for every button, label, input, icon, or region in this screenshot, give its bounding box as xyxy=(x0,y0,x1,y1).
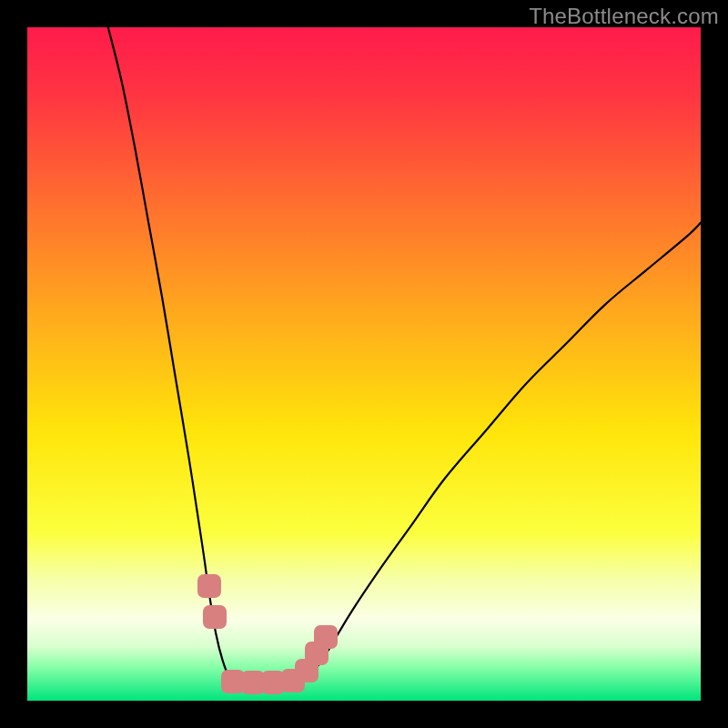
watermark-text: TheBottleneck.com xyxy=(529,4,719,29)
data-marker xyxy=(203,605,227,629)
data-marker xyxy=(197,574,221,598)
plot-area xyxy=(27,27,701,701)
chart-frame: TheBottleneck.com xyxy=(0,0,728,728)
marker-layer xyxy=(27,27,701,701)
data-marker xyxy=(314,625,338,649)
